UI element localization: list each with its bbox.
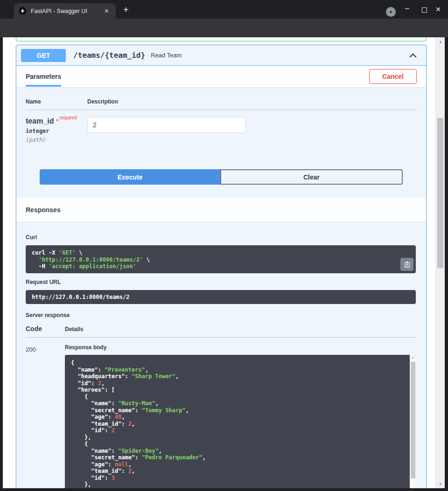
response-body-block: { "name": "Preventers", "headquarters": … (65, 355, 416, 488)
response-row: 200 Response body { "name": "Preventers"… (26, 338, 416, 488)
response-scrollbar-thumb[interactable] (411, 362, 415, 478)
curl-label: Curl (26, 234, 416, 241)
collapse-chevron-icon[interactable] (408, 51, 418, 60)
browser-toolbar: ← → ↻ 127.0.0.1:8000/docs#/default/read_… (0, 19, 448, 37)
status-code: 200 (26, 344, 65, 488)
page-viewport: GET /teams/{team_id} Read Team Parameter… (3, 37, 435, 488)
description-column-header: Description (87, 98, 118, 105)
code-column-header: Code (26, 325, 65, 332)
tab-close-icon[interactable]: ✕ (102, 7, 111, 14)
response-table-header: Code Details (26, 325, 416, 338)
page-scroll-down-icon[interactable]: ▼ (436, 482, 445, 486)
page-scrollbar-thumb[interactable] (437, 118, 443, 268)
cancel-button[interactable]: Cancel (369, 69, 417, 84)
name-column-header: Name (26, 98, 87, 105)
scrollbar-up-icon[interactable]: ▲ (410, 356, 416, 359)
responses-title: Responses (26, 206, 61, 214)
response-body-label: Response body (65, 344, 416, 351)
tab-title: FastAPI - Swagger UI (31, 8, 102, 14)
fastapi-favicon-icon (19, 7, 27, 15)
page-scroll-up-icon[interactable]: ▲ (436, 40, 445, 44)
curl-command[interactable]: curl -X 'GET' \ 'http://127.0.0.1:8000/t… (26, 245, 416, 273)
parameter-name: team_id (26, 117, 54, 125)
request-url-text: http://127.0.0.1:8000/teams/2 (32, 294, 130, 300)
endpoint-summary: Read Team (151, 52, 182, 59)
response-body-scrollbar[interactable]: ▲ (410, 355, 416, 488)
parameters-table-header: Name Description (26, 98, 417, 110)
required-label: required (60, 115, 77, 120)
parameters-section: Name Description team_id *required integ… (16, 87, 426, 185)
required-asterisk: * (56, 117, 59, 125)
endpoint-summary-bar[interactable]: GET /teams/{team_id} Read Team (16, 45, 426, 66)
server-response-label: Server response (26, 312, 416, 318)
page-scrollbar[interactable]: ▲ ▼ (435, 37, 445, 488)
previous-endpoint-partial (16, 37, 427, 41)
browser-titlebar: FastAPI - Swagger UI ✕ + ▼ – ✕ (0, 0, 448, 19)
parameters-header-bar: Parameters Cancel (16, 66, 426, 87)
parameter-type: integer (26, 128, 87, 134)
responses-header-bar: Responses (16, 198, 426, 222)
maximize-button[interactable] (422, 7, 427, 13)
team-id-input[interactable] (87, 117, 246, 133)
window-caret-icon[interactable]: ▼ (386, 7, 396, 17)
http-method-badge: GET (21, 49, 66, 62)
new-tab-button[interactable]: + (123, 5, 129, 15)
execute-button[interactable]: Execute (40, 169, 220, 185)
clear-button[interactable]: Clear (220, 169, 403, 185)
curl-block: curl -X 'GET' \ 'http://127.0.0.1:8000/t… (26, 245, 416, 273)
copy-to-clipboard-button[interactable] (400, 258, 413, 271)
tab-parameters[interactable]: Parameters (26, 66, 61, 87)
parameter-row: team_id *required integer (path) (26, 110, 417, 143)
endpoint-path: /teams/{team_id} (73, 51, 145, 60)
parameter-value-cell (87, 117, 246, 143)
parameter-name-cell: team_id *required integer (path) (26, 117, 87, 143)
close-window-button[interactable]: ✕ (435, 6, 441, 13)
get-endpoint-block: GET /teams/{team_id} Read Team Parameter… (16, 45, 427, 488)
execute-row: Execute Clear (40, 169, 403, 185)
response-details-cell: Response body { "name": "Preventers", "h… (65, 344, 416, 488)
browser-tab[interactable]: FastAPI - Swagger UI ✕ (14, 3, 116, 19)
minimize-button[interactable]: – (405, 4, 409, 13)
request-url-value: http://127.0.0.1:8000/teams/2 (26, 290, 416, 304)
request-url-label: Request URL (26, 279, 416, 285)
responses-section: Curl curl -X 'GET' \ 'http://127.0.0.1:8… (16, 222, 426, 488)
parameter-location: (path) (26, 137, 87, 143)
response-body-json[interactable]: { "name": "Preventers", "headquarters": … (65, 355, 416, 488)
details-column-header: Details (65, 326, 83, 332)
